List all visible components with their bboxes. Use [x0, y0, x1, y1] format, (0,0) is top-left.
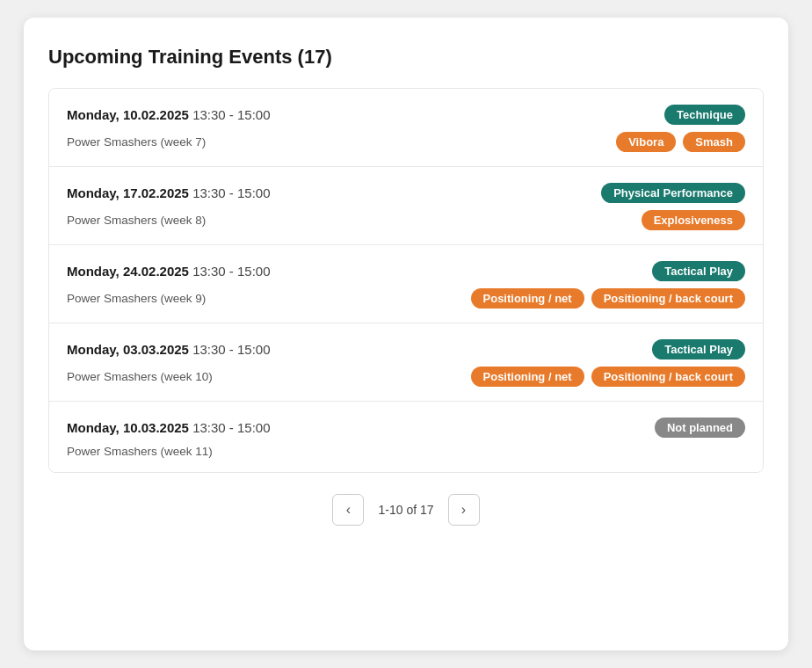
event-tags: ViboraSmash [616, 132, 745, 152]
next-page-button[interactable]: › [448, 494, 480, 526]
main-card: Upcoming Training Events (17) Monday, 10… [24, 18, 788, 650]
event-item[interactable]: Monday, 17.02.2025 13:30 - 15:00Physical… [49, 167, 763, 245]
event-tag-primary: Tactical Play [652, 261, 745, 281]
event-tag: Explosiveness [642, 210, 745, 230]
event-tags: Explosiveness [642, 210, 745, 230]
event-tag: Vibora [616, 132, 676, 152]
event-tag: Positioning / back court [591, 367, 745, 387]
event-tag-primary: Physical Performance [601, 183, 745, 203]
event-group: Power Smashers (week 10) [67, 370, 213, 383]
event-item[interactable]: Monday, 10.02.2025 13:30 - 15:00Techniqu… [49, 89, 763, 167]
event-group: Power Smashers (week 7) [67, 135, 206, 149]
event-tag: Smash [683, 132, 745, 152]
event-tag: Positioning / net [471, 288, 584, 309]
page-info: 1-10 of 17 [378, 503, 433, 517]
events-list: Monday, 10.02.2025 13:30 - 15:00Techniqu… [49, 89, 763, 472]
event-tags: Positioning / netPositioning / back cour… [471, 288, 745, 309]
events-wrapper: Monday, 10.02.2025 13:30 - 15:00Techniqu… [48, 88, 764, 473]
event-group: Power Smashers (week 11) [67, 445, 213, 458]
event-group: Power Smashers (week 9) [67, 292, 206, 305]
event-tags: Positioning / netPositioning / back cour… [471, 367, 745, 387]
event-date: Monday, 17.02.2025 13:30 - 15:00 [67, 185, 271, 200]
event-date: Monday, 03.03.2025 13:30 - 15:00 [67, 342, 271, 357]
event-tag-primary: Not planned [655, 418, 745, 438]
event-item[interactable]: Monday, 03.03.2025 13:30 - 15:00Tactical… [49, 323, 763, 402]
page-title: Upcoming Training Events (17) [48, 46, 764, 69]
event-tag: Positioning / back court [591, 288, 745, 309]
event-item[interactable]: Monday, 10.03.2025 13:30 - 15:00Not plan… [49, 402, 763, 472]
event-item[interactable]: Monday, 24.02.2025 13:30 - 15:00Tactical… [49, 245, 763, 323]
event-tag: Positioning / net [471, 367, 584, 387]
event-date: Monday, 10.03.2025 13:30 - 15:00 [67, 420, 271, 435]
prev-page-button[interactable]: ‹ [332, 494, 364, 526]
event-date: Monday, 10.02.2025 13:30 - 15:00 [67, 107, 271, 122]
event-tag-primary: Tactical Play [652, 339, 745, 359]
event-date: Monday, 24.02.2025 13:30 - 15:00 [67, 264, 271, 279]
pagination: ‹ 1-10 of 17 › [48, 494, 764, 526]
event-group: Power Smashers (week 8) [67, 214, 206, 227]
event-tag-primary: Technique [664, 105, 745, 125]
